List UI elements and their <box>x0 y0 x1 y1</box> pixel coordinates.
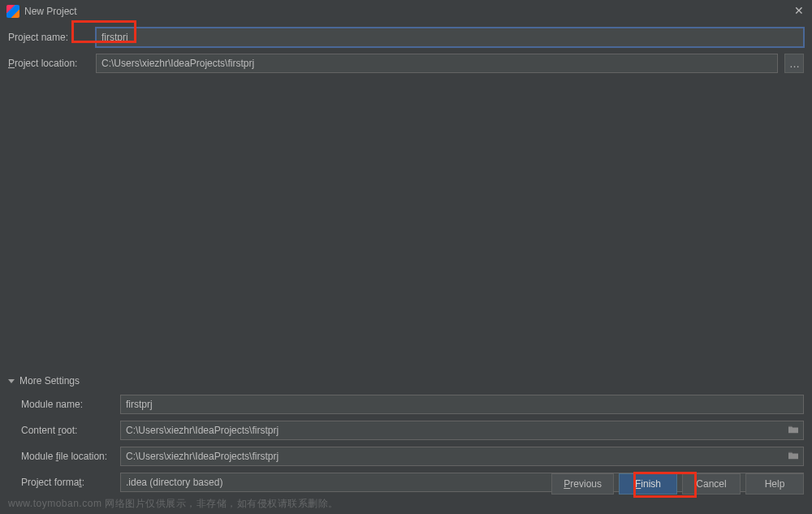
content-root-label: Content root: <box>21 425 114 436</box>
finish-button[interactable]: Finish <box>619 473 677 495</box>
cancel-button[interactable]: Cancel <box>682 473 741 495</box>
module-file-location-input[interactable] <box>120 447 804 466</box>
module-name-input[interactable] <box>120 395 804 414</box>
project-format-value: .idea (directory based) <box>126 477 222 488</box>
project-name-input[interactable] <box>96 28 804 47</box>
folder-icon[interactable] <box>788 425 799 436</box>
content-root-input[interactable] <box>120 421 804 440</box>
project-location-row: Project location: … <box>0 50 812 76</box>
project-format-label: Project format: <box>21 477 114 488</box>
window-title: New Project <box>24 6 793 17</box>
module-file-location-label: Module file location: <box>21 451 114 462</box>
more-settings-header[interactable]: More Settings <box>0 372 812 390</box>
more-settings-label: More Settings <box>19 375 80 387</box>
content-root-row: Content root: <box>13 417 812 443</box>
folder-icon[interactable] <box>788 451 799 462</box>
button-bar: Previous Finish Cancel Help <box>551 473 804 495</box>
previous-button[interactable]: Previous <box>551 473 614 495</box>
module-name-row: Module name: <box>13 391 812 417</box>
project-name-label: Project name: <box>8 32 89 43</box>
titlebar: New Project ✕ <box>0 0 812 23</box>
close-icon[interactable]: ✕ <box>793 5 806 18</box>
app-icon <box>6 5 19 18</box>
module-file-location-row: Module file location: <box>13 443 812 469</box>
project-name-row: Project name: <box>0 24 812 50</box>
help-button[interactable]: Help <box>745 473 804 495</box>
watermark-text: www.toymoban.com 网络图片仅供展示，非存储，如有侵权请联系删除。 <box>8 497 339 511</box>
browse-location-button[interactable]: … <box>784 54 804 73</box>
module-name-label: Module name: <box>21 399 114 410</box>
project-location-input[interactable] <box>96 54 778 73</box>
project-location-label: Project location: <box>8 58 89 69</box>
disclosure-triangle-icon <box>8 379 15 383</box>
